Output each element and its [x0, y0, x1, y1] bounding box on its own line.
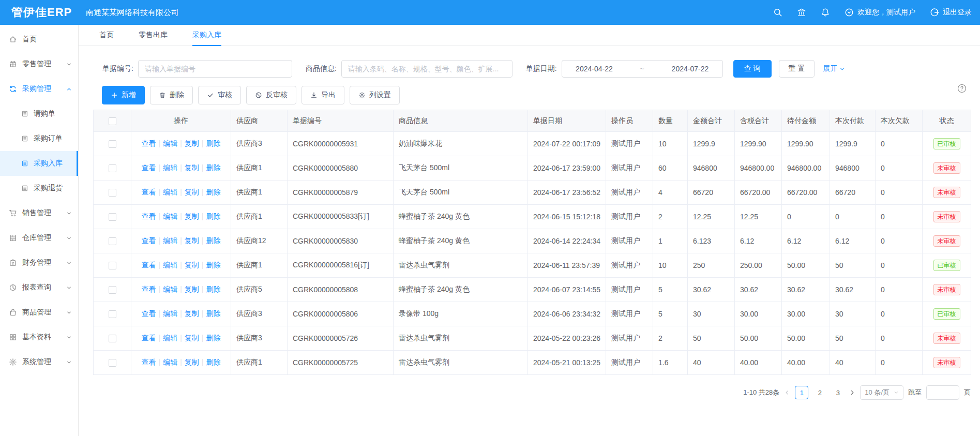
view-link[interactable]: 查看: [142, 285, 156, 293]
copy-link[interactable]: 复制: [185, 188, 199, 196]
sidebar-item[interactable]: 采购入库: [0, 151, 78, 176]
sidebar-item[interactable]: 首页: [0, 27, 78, 52]
view-link[interactable]: 查看: [142, 358, 156, 366]
search-button[interactable]: 查 询: [733, 60, 772, 78]
view-link[interactable]: 查看: [142, 334, 156, 342]
edit-link[interactable]: 编辑: [163, 236, 177, 245]
delete-link[interactable]: 删除: [206, 236, 220, 245]
view-link[interactable]: 查看: [142, 236, 156, 245]
row-checkbox[interactable]: [109, 335, 116, 342]
delete-link[interactable]: 删除: [206, 212, 220, 220]
next-page-button[interactable]: [849, 389, 855, 396]
delete-link[interactable]: 删除: [206, 358, 220, 366]
date-separator: ~: [640, 65, 644, 73]
add-button[interactable]: 新增: [102, 86, 145, 104]
sidebar-item[interactable]: 系统管理: [0, 350, 78, 374]
sidebar-item[interactable]: 商品管理: [0, 300, 78, 325]
sidebar-item[interactable]: 采购管理: [0, 77, 78, 101]
row-checkbox[interactable]: [109, 140, 116, 148]
help-icon[interactable]: [957, 84, 967, 93]
view-link[interactable]: 查看: [142, 212, 156, 220]
cell-tax-total: 12.25: [735, 205, 782, 229]
delete-link[interactable]: 删除: [206, 309, 220, 318]
column-settings-button[interactable]: 列设置: [350, 86, 400, 104]
edit-link[interactable]: 编辑: [163, 261, 177, 269]
jump-input[interactable]: [926, 385, 959, 400]
copy-link[interactable]: 复制: [185, 309, 199, 318]
user-welcome[interactable]: 欢迎您，测试用户: [845, 8, 915, 17]
audit-button[interactable]: 审核: [198, 86, 241, 104]
sidebar-item[interactable]: 财务管理: [0, 250, 78, 275]
copy-link[interactable]: 复制: [185, 261, 199, 269]
tab-item[interactable]: 零售出库: [139, 25, 168, 46]
edit-link[interactable]: 编辑: [163, 163, 177, 172]
copy-link[interactable]: 复制: [185, 236, 199, 245]
sidebar-item[interactable]: 采购订单: [0, 126, 78, 151]
row-checkbox[interactable]: [109, 310, 116, 318]
cell-qty: 2: [653, 205, 688, 229]
unaudit-button[interactable]: 反审核: [246, 86, 296, 104]
date-from-value[interactable]: 2024-04-22: [576, 65, 613, 73]
row-checkbox[interactable]: [109, 262, 116, 269]
row-checkbox[interactable]: [109, 189, 116, 197]
edit-link[interactable]: 编辑: [163, 188, 177, 196]
page-size-select[interactable]: 10 条/页: [860, 385, 903, 400]
logout-button[interactable]: 退出登录: [930, 8, 972, 17]
product-info-input[interactable]: [341, 60, 512, 78]
delete-link[interactable]: 删除: [206, 163, 220, 172]
row-checkbox[interactable]: [109, 286, 116, 294]
sidebar-item[interactable]: 基本资料: [0, 325, 78, 350]
edit-link[interactable]: 编辑: [163, 358, 177, 366]
page-button[interactable]: 3: [831, 386, 845, 399]
row-checkbox[interactable]: [109, 213, 116, 221]
row-checkbox[interactable]: [109, 164, 116, 172]
page-button[interactable]: 1: [795, 386, 808, 399]
delete-link[interactable]: 删除: [206, 334, 220, 342]
export-button[interactable]: 导出: [301, 86, 344, 104]
delete-link[interactable]: 删除: [206, 285, 220, 293]
sidebar-item[interactable]: 请购单: [0, 101, 78, 126]
date-to-value[interactable]: 2024-07-22: [672, 65, 709, 73]
delete-link[interactable]: 删除: [206, 261, 220, 269]
table-row: 查看|编辑|复制|删除供应商3CGRK00000005931奶油味爆米花2024…: [94, 132, 971, 156]
copy-link[interactable]: 复制: [185, 334, 199, 342]
page-button[interactable]: 2: [813, 386, 826, 399]
search-icon[interactable]: [773, 8, 782, 17]
prev-page-button[interactable]: [784, 389, 790, 396]
notifications-bell-icon[interactable]: [821, 8, 830, 17]
view-link[interactable]: 查看: [142, 163, 156, 172]
select-all-checkbox[interactable]: [109, 117, 116, 125]
copy-link[interactable]: 复制: [185, 212, 199, 220]
sidebar-item[interactable]: 报表查询: [0, 275, 78, 300]
bank-icon[interactable]: [797, 8, 806, 17]
edit-link[interactable]: 编辑: [163, 212, 177, 220]
sidebar-item[interactable]: 仓库管理: [0, 225, 78, 250]
row-checkbox[interactable]: [109, 359, 116, 367]
edit-link[interactable]: 编辑: [163, 285, 177, 293]
doc-no-input[interactable]: [138, 60, 292, 78]
sidebar-item[interactable]: 采购退货: [0, 176, 78, 201]
copy-link[interactable]: 复制: [185, 358, 199, 366]
expand-link[interactable]: 展开: [823, 64, 845, 73]
date-range-picker[interactable]: 2024-04-22 ~ 2024-07-22: [562, 60, 723, 78]
delete-button[interactable]: 删除: [150, 86, 193, 104]
sidebar-item[interactable]: 零售管理: [0, 52, 78, 77]
view-link[interactable]: 查看: [142, 188, 156, 196]
edit-link[interactable]: 编辑: [163, 334, 177, 342]
reset-button[interactable]: 重 置: [779, 60, 815, 78]
view-link[interactable]: 查看: [142, 261, 156, 269]
view-link[interactable]: 查看: [142, 139, 156, 147]
copy-link[interactable]: 复制: [185, 285, 199, 293]
delete-link[interactable]: 删除: [206, 188, 220, 196]
copy-link[interactable]: 复制: [185, 163, 199, 172]
cell-tax-total: 250.00: [735, 253, 782, 278]
view-link[interactable]: 查看: [142, 309, 156, 318]
copy-link[interactable]: 复制: [185, 139, 199, 147]
row-checkbox[interactable]: [109, 237, 116, 245]
edit-link[interactable]: 编辑: [163, 309, 177, 318]
tab-item[interactable]: 采购入库: [192, 25, 221, 46]
delete-link[interactable]: 删除: [206, 139, 220, 147]
tab-item[interactable]: 首页: [99, 25, 114, 46]
edit-link[interactable]: 编辑: [163, 139, 177, 147]
sidebar-item[interactable]: 销售管理: [0, 201, 78, 225]
